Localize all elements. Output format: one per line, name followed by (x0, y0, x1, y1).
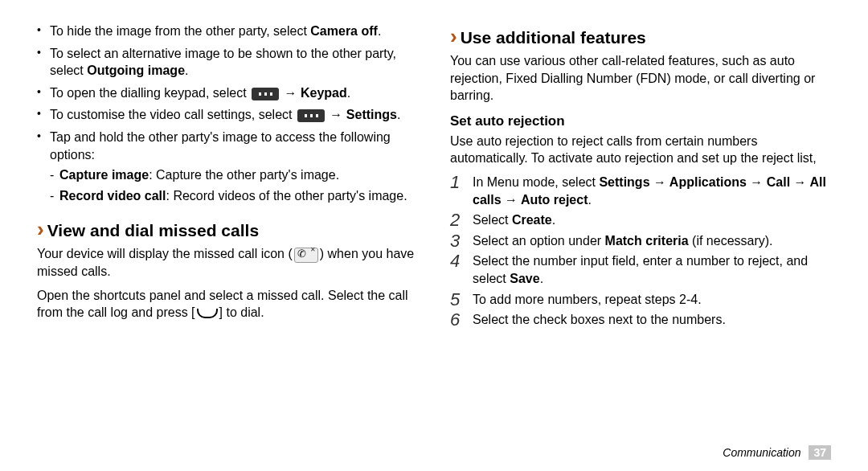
li-tap-hold: Tap and hold the other party's image to … (37, 129, 418, 204)
li-settings: To customise the video call settings, se… (37, 106, 418, 124)
bold: Capture image (59, 168, 149, 182)
page-footer: Communication 37 (723, 445, 831, 460)
text: ] to dial. (219, 305, 264, 319)
text: . (540, 272, 543, 285)
bold: Match criteria (605, 234, 689, 248)
step-3: 3Select an option under Match criteria (… (450, 232, 831, 250)
chevron-right-icon: › (37, 217, 44, 241)
step-6: 6Select the check boxes next to the numb… (450, 311, 831, 329)
text: In Menu mode, select (473, 175, 599, 189)
step-5: 5To add more numbers, repeat steps 2-4. (450, 291, 831, 309)
subhead-auto-reject: Set auto rejection (450, 113, 831, 131)
footer-section: Communication (723, 446, 800, 459)
para-additional-intro: You can use various other call-related f… (450, 52, 831, 104)
text: To add more numbers, repeat steps 2-4. (473, 293, 702, 306)
text: : Capture the other party's image. (149, 168, 339, 182)
text: → (280, 86, 301, 100)
step-number: 6 (450, 308, 460, 332)
missed-call-icon (294, 248, 318, 263)
text: → (326, 108, 346, 121)
heading-use-additional: ›Use additional features (450, 23, 831, 51)
text: To customise the video call settings, se… (50, 108, 296, 121)
bold: Outgoing image (87, 63, 185, 77)
subli-capture: Capture image: Capture the other party's… (50, 166, 418, 184)
bold: Create (512, 213, 552, 227)
text: Select an option under (473, 234, 605, 248)
li-outgoing-image: To select an alternative image to be sho… (37, 45, 418, 80)
text: . (347, 86, 350, 100)
para-missed-icon: Your device will display the missed call… (37, 245, 418, 280)
dial-key-icon (197, 309, 218, 318)
text: (if necessary). (689, 234, 773, 248)
bold: Camera off (310, 24, 378, 38)
step-1: 1In Menu mode, select Settings → Applica… (450, 174, 831, 208)
page-number: 37 (809, 445, 831, 460)
li-camera-off: To hide the image from the other party, … (37, 23, 418, 40)
text: . (378, 24, 381, 38)
text: To open the dialling keypad, select (50, 86, 250, 100)
text: . (185, 63, 188, 77)
bold: Save (510, 272, 539, 285)
text: : Record videos of the other party's ima… (166, 189, 407, 203)
more-icon (297, 109, 325, 122)
text: View and dial missed calls (47, 221, 259, 240)
text: Select the check boxes next to the numbe… (473, 313, 726, 326)
text: Tap and hold the other party's image to … (50, 130, 391, 162)
text: Your device will display the missed call… (37, 247, 293, 260)
text: . (397, 108, 400, 121)
para-auto-reject-intro: Use auto rejection to reject calls from … (450, 133, 831, 167)
para-open-shortcuts: Open the shortcuts panel and select a mi… (37, 287, 418, 322)
chevron-right-icon: › (450, 24, 457, 48)
step-number: 1 (450, 170, 460, 195)
bold: Settings (346, 108, 397, 121)
step-4: 4Select the number input field, enter a … (450, 252, 831, 287)
li-keypad: To open the dialling keypad, select → Ke… (37, 84, 418, 102)
text: . (552, 213, 555, 227)
subli-record: Record video call: Record videos of the … (50, 187, 418, 205)
bold: Keypad (301, 86, 347, 100)
more-icon (252, 88, 279, 100)
step-number: 4 (450, 249, 460, 273)
heading-view-missed: ›View and dial missed calls (37, 215, 418, 244)
text: . (588, 193, 591, 207)
text: Select (473, 213, 512, 227)
step-2: 2Select Create. (450, 211, 831, 229)
text: Use additional features (461, 28, 646, 47)
text: To hide the image from the other party, … (50, 24, 310, 38)
bold: Record video call (59, 189, 166, 203)
